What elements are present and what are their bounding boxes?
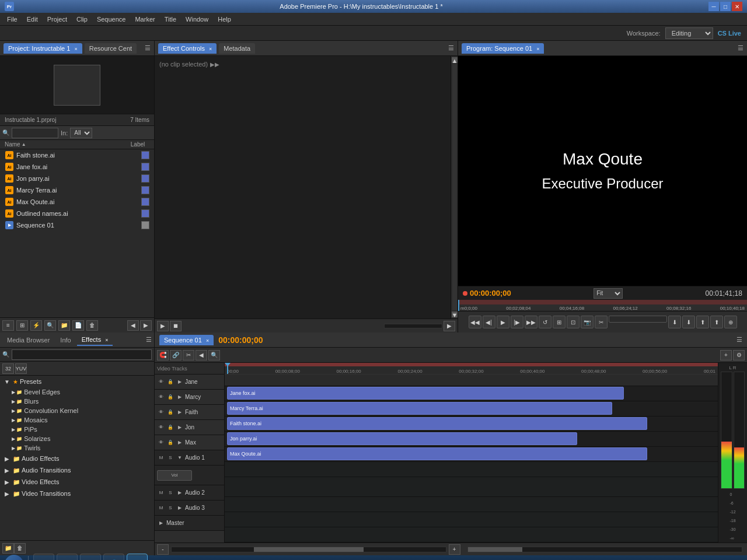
find-button[interactable]: 🔍	[44, 320, 56, 331]
track-lock-max[interactable]: 🔒	[166, 439, 174, 447]
track-solo-audio2[interactable]: S	[166, 489, 174, 497]
menu-title[interactable]: Title	[160, 15, 181, 24]
label-column-header[interactable]: Label	[126, 141, 149, 148]
close-button[interactable]: ✕	[732, 2, 742, 11]
track-expand-faith[interactable]: ▶	[176, 408, 184, 416]
track-mute-audio3[interactable]: M	[157, 504, 165, 512]
video-transitions-header[interactable]: ▶ 📁 Video Transitions	[0, 488, 154, 499]
list-item[interactable]: Ai Marcy Terra.ai	[0, 184, 154, 196]
clip-max[interactable]: Max Qoute.ai	[227, 447, 647, 460]
overwrite-button[interactable]: ⬇	[682, 316, 695, 328]
track-name-master[interactable]: Master	[166, 520, 222, 526]
track-solo-audio1[interactable]: S	[166, 454, 174, 462]
clip-marcy[interactable]: Marcy Terra.ai	[227, 402, 612, 415]
taskbar-chrome[interactable]: 🌐	[103, 554, 124, 561]
zoom-slider[interactable]	[609, 316, 667, 323]
track-lock-faith[interactable]: 🔒	[166, 408, 174, 416]
next-button[interactable]: ▶	[140, 320, 152, 331]
fit-dropdown[interactable]: Fit	[594, 288, 623, 299]
track-lock-jon[interactable]: 🔒	[166, 424, 174, 432]
clip-jane[interactable]: Jane fox.ai	[227, 387, 624, 400]
scrollbar-up[interactable]: ▲	[452, 57, 458, 63]
loop-button[interactable]: ↺	[539, 316, 551, 328]
preset-convolution[interactable]: ▶ 📁 Convolution Kernel	[9, 406, 154, 415]
step-back-button[interactable]: ◀◀	[469, 316, 481, 328]
new-custom-bin-button[interactable]: 32	[2, 363, 14, 374]
preset-mosaics[interactable]: ▶ 📁 Mosaics	[9, 415, 154, 425]
effect-controls-tab[interactable]: Effect Controls ×	[158, 43, 217, 54]
zoom-thumb[interactable]	[254, 547, 364, 552]
resource-center-tab[interactable]: Resource Cent	[85, 43, 137, 54]
effects-panel-menu[interactable]: ☰	[146, 336, 152, 344]
ec-play-button[interactable]: ▶	[157, 321, 169, 331]
panel-menu-button[interactable]: ☰	[145, 44, 151, 52]
automate-button[interactable]: ⚡	[30, 320, 42, 331]
delete-button[interactable]: 🗑	[86, 320, 98, 331]
in-dropdown[interactable]: All	[70, 128, 92, 138]
track-expand-audio2[interactable]: ▶	[176, 489, 184, 497]
menu-marker[interactable]: Marker	[130, 15, 159, 24]
tab-media-browser[interactable]: Media Browser	[2, 335, 54, 345]
linked-select-button[interactable]: 🔗	[170, 350, 181, 360]
new-item-button[interactable]: 📄	[72, 320, 84, 331]
trim-button[interactable]: ✂	[595, 316, 608, 328]
next-frame-button[interactable]: |▶	[511, 316, 523, 328]
track-lock-jane[interactable]: 🔒	[166, 378, 174, 386]
preset-pips[interactable]: ▶ 📁 PiPs	[9, 425, 154, 434]
tab-info[interactable]: Info	[55, 335, 75, 345]
clip-jon[interactable]: Jon parry.ai	[227, 432, 577, 445]
timeline-menu[interactable]: ☰	[736, 336, 742, 344]
list-item[interactable]: Ai Jane fox.ai	[0, 161, 154, 173]
track-mute-audio2[interactable]: M	[157, 489, 165, 497]
new-custom-bin-bottom[interactable]: 📁	[2, 543, 14, 554]
track-expand-audio3[interactable]: ▶	[176, 504, 184, 512]
menu-window[interactable]: Window	[181, 15, 213, 24]
zoom-timeline-button[interactable]: 🔍	[208, 350, 220, 360]
metadata-tab[interactable]: Metadata	[219, 43, 255, 54]
track-expand-master[interactable]: ▶	[157, 519, 165, 527]
taskbar-premiere[interactable]: Pr	[127, 554, 148, 561]
current-timecode[interactable]: 00:00:00;00	[470, 289, 511, 298]
minimize-button[interactable]: ─	[708, 2, 719, 11]
maximize-button[interactable]: □	[720, 2, 731, 11]
track-name-marcy[interactable]: Marcy	[185, 394, 222, 400]
taskbar-ie[interactable]: e	[33, 554, 54, 561]
track-name-audio2[interactable]: Audio 2	[185, 489, 222, 496]
effects-search-input[interactable]	[12, 349, 152, 360]
taskbar-explorer[interactable]: 📁	[80, 554, 101, 561]
list-item[interactable]: Ai Faith stone.ai	[0, 149, 154, 161]
track-solo-audio3[interactable]: S	[166, 504, 174, 512]
new-bin-button[interactable]: 📁	[58, 320, 70, 331]
prev-button[interactable]: ◀	[127, 320, 139, 331]
track-expand-audio1[interactable]: ▼	[176, 454, 184, 462]
safe-margins-button[interactable]: ⊞	[553, 316, 566, 328]
track-mute-audio1[interactable]: M	[157, 454, 165, 462]
zoom-out-timeline[interactable]: -	[157, 544, 169, 555]
cs-live-button[interactable]: CS Live	[718, 30, 741, 37]
timeline-timecode[interactable]: 00:00:00;00	[218, 335, 263, 345]
lift-button[interactable]: ⬆	[696, 316, 709, 328]
work-area-bar[interactable]	[225, 363, 718, 366]
timeline-playhead[interactable]	[227, 363, 228, 374]
timeline-settings[interactable]: ⚙	[733, 350, 745, 360]
zoom-in-button[interactable]: ⊕	[724, 316, 737, 328]
list-item[interactable]: Ai Max Qoute.ai	[0, 196, 154, 208]
sequence-tab[interactable]: Sequence 01 ×	[159, 335, 214, 345]
track-eye-jane[interactable]: 👁	[157, 378, 165, 386]
program-monitor-tab[interactable]: Program: Sequence 01 ×	[462, 43, 544, 54]
workspace-dropdown[interactable]: Editing	[665, 27, 713, 39]
list-item[interactable]: ▶ Sequence 01	[0, 219, 154, 231]
preset-twirls[interactable]: ▶ 📁 Twirls	[9, 443, 154, 453]
name-column-header[interactable]: Name ▲	[5, 141, 126, 148]
program-playhead[interactable]	[458, 300, 459, 311]
timeline-zoom-scrollbar[interactable]	[171, 547, 446, 552]
audio-effects-header[interactable]: ▶ 📁 Audio Effects	[0, 453, 154, 464]
track-name-jane[interactable]: Jane	[185, 379, 222, 385]
menu-file[interactable]: File	[2, 15, 22, 24]
step-forward-button[interactable]: ▶▶	[525, 316, 537, 328]
track-name-max[interactable]: Max	[185, 439, 222, 446]
menu-clip[interactable]: Clip	[72, 15, 92, 24]
razor-button[interactable]: ✂	[183, 350, 194, 360]
clip-faith[interactable]: Faith stone.ai	[227, 417, 647, 430]
delete-effect-button[interactable]: 🗑	[14, 543, 26, 554]
